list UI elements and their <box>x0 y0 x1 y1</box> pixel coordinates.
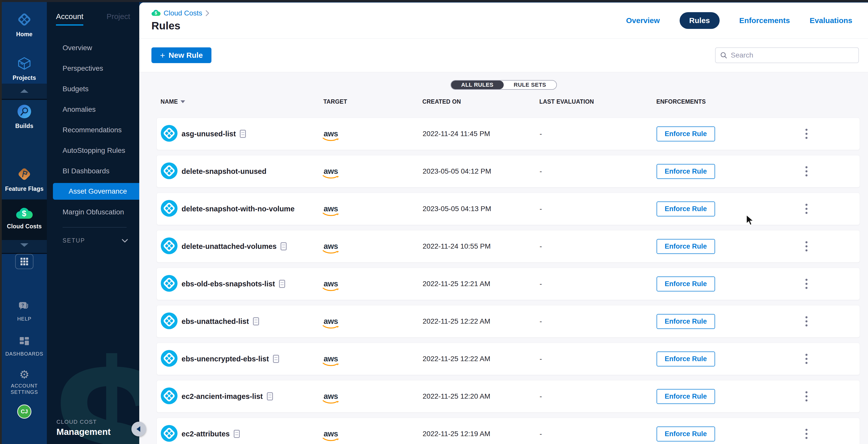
rail-item-home[interactable]: Home <box>2 12 47 38</box>
rule-icon <box>161 125 178 143</box>
row-menu-button[interactable] <box>803 127 809 141</box>
rule-icon <box>161 313 178 330</box>
sidebar-item-budgets[interactable]: Budgets <box>47 79 139 99</box>
enforce-rule-button[interactable]: Enforce Rule <box>657 126 715 141</box>
rule-enforcements-cell: Enforce Rule <box>657 276 798 291</box>
tab-enforcements[interactable]: Enforcements <box>739 16 790 25</box>
rail-item-account-settings[interactable]: ⚙ ACCOUNT SETTINGS <box>2 369 47 395</box>
aws-logo-icon: aws <box>323 429 338 438</box>
sidebar-item-recommendations[interactable]: Recommendations <box>47 120 139 140</box>
rule-target-cell: aws <box>323 204 423 213</box>
rule-icon <box>161 425 178 443</box>
rules-table-body: asg-unused-list aws 2022-11-24 11:45 PM … <box>156 118 860 444</box>
table-row[interactable]: ebs-old-ebs-snapshots-list aws 2022-11-2… <box>156 268 860 300</box>
new-rule-button[interactable]: + New Rule <box>151 48 211 63</box>
gear-icon: ⚙ <box>19 369 29 380</box>
rail-item-feature-flags[interactable]: Feature Flags <box>2 166 47 193</box>
rule-created-on: 2022-11-24 10:55 PM <box>423 242 539 250</box>
rule-created-on: 2023-05-05 04:13 PM <box>423 205 539 213</box>
enforce-rule-button[interactable]: Enforce Rule <box>657 314 715 329</box>
tab-evaluations[interactable]: Evaluations <box>810 16 852 25</box>
chevron-down-icon <box>122 239 128 243</box>
row-menu-button[interactable] <box>803 239 809 254</box>
row-menu-button[interactable] <box>803 314 809 328</box>
table-row[interactable]: delete-unattached-volumes aws 2022-11-24… <box>156 230 860 263</box>
rail-item-cloud-costs[interactable]: $ Cloud Costs <box>2 207 47 230</box>
rule-enforcements-cell: Enforce Rule <box>657 426 798 441</box>
rail-collapse-down[interactable] <box>2 243 47 247</box>
cloud-costs-icon: $ <box>16 207 33 220</box>
enforce-rule-button[interactable]: Enforce Rule <box>657 426 715 441</box>
table-row[interactable]: delete-snapshot-with-no-volume aws 2023-… <box>156 193 860 225</box>
table-row[interactable]: delete-snapshot-unused aws 2023-05-05 04… <box>156 155 860 187</box>
description-icon <box>267 392 273 401</box>
rule-target-cell: aws <box>323 242 423 251</box>
rail-item-help[interactable]: ? HELP <box>2 301 47 322</box>
enforce-rule-button[interactable]: Enforce Rule <box>657 276 715 291</box>
sidebar-item-overview[interactable]: Overview <box>47 37 139 58</box>
rail-collapse-up[interactable] <box>2 89 47 93</box>
enforce-rule-button[interactable]: Enforce Rule <box>657 164 715 179</box>
table-row[interactable]: ec2-ancient-images-list aws 2022-11-25 1… <box>156 380 860 413</box>
enforce-rule-button[interactable]: Enforce Rule <box>657 352 715 366</box>
aws-logo-icon: aws <box>323 242 338 251</box>
tab-account[interactable]: Account <box>56 12 83 26</box>
tab-rules[interactable]: Rules <box>680 12 720 29</box>
rule-enforcements-cell: Enforce Rule <box>657 389 798 404</box>
table-row[interactable]: ec2-attributes aws 2022-11-25 12:19 AM -… <box>156 418 860 444</box>
row-menu-button[interactable] <box>803 352 809 366</box>
sidebar-item-bi-dashboards[interactable]: BI Dashboards <box>47 161 139 181</box>
enforce-rule-button[interactable]: Enforce Rule <box>657 202 715 216</box>
column-header-name[interactable]: NAME <box>160 98 323 105</box>
rule-target-label: aws <box>323 354 338 363</box>
row-menu-button[interactable] <box>803 389 809 404</box>
rule-icon <box>161 387 178 405</box>
rail-item-dashboards[interactable]: DASHBOARDS <box>2 336 47 357</box>
rule-target-cell: aws <box>323 392 423 401</box>
breadcrumb-cloud-costs-link[interactable]: Cloud Costs <box>163 9 202 17</box>
rule-name: delete-snapshot-unused <box>182 167 267 176</box>
row-menu-button[interactable] <box>803 202 809 216</box>
sidebar-item-anomalies[interactable]: Anomalies <box>47 99 139 120</box>
user-avatar[interactable]: CJ <box>17 405 31 419</box>
tab-project[interactable]: Project <box>106 12 130 26</box>
row-menu-button[interactable] <box>803 277 809 291</box>
enforce-rule-button[interactable]: Enforce Rule <box>657 389 715 404</box>
rule-created-on: 2023-05-05 04:12 PM <box>423 167 539 175</box>
sidebar-item-margin-obfuscation[interactable]: Margin Obfuscation <box>47 202 139 222</box>
sidebar-collapse-button[interactable] <box>131 422 146 436</box>
enforce-rule-button[interactable]: Enforce Rule <box>657 239 715 254</box>
ccm-sidebar: $ Account Project Overview Perspectives … <box>47 2 139 444</box>
rule-last-evaluation: - <box>539 242 657 250</box>
svg-text:$: $ <box>22 209 26 218</box>
tab-overview[interactable]: Overview <box>626 16 660 25</box>
rules-toolbar: + New Rule <box>139 38 868 72</box>
setup-section-toggle[interactable]: SETUP <box>63 237 128 244</box>
rule-last-evaluation: - <box>539 355 657 363</box>
rule-icon <box>161 275 178 293</box>
table-row[interactable]: ebs-unattached-list aws 2022-11-25 12:22… <box>156 305 860 337</box>
table-row[interactable]: asg-unused-list aws 2022-11-24 11:45 PM … <box>156 118 860 150</box>
table-row[interactable]: ebs-unencrypted-ebs-list aws 2022-11-25 … <box>156 343 860 375</box>
module-title: Management <box>57 427 111 437</box>
aws-logo-icon: aws <box>323 204 338 213</box>
scope-tabs: Account Project <box>56 12 130 26</box>
sidebar-item-autostopping-rules[interactable]: AutoStopping Rules <box>47 140 139 161</box>
table-header-row: NAME TARGET CREATED ON LAST EVALUATION E… <box>156 98 860 105</box>
toggle-rule-sets[interactable]: RULE SETS <box>504 81 556 89</box>
sidebar-item-perspectives[interactable]: Perspectives <box>47 58 139 79</box>
row-menu-button[interactable] <box>803 427 809 441</box>
rule-name: delete-snapshot-with-no-volume <box>182 205 294 213</box>
toggle-all-rules[interactable]: ALL RULES <box>451 81 504 89</box>
svg-text:?: ? <box>22 303 24 308</box>
rail-item-builds[interactable]: Builds <box>2 104 47 129</box>
module-switcher-button[interactable] <box>15 254 33 269</box>
rail-item-projects[interactable]: Projects <box>2 56 47 81</box>
rule-target-cell: aws <box>323 317 423 326</box>
search-input[interactable] <box>731 51 854 59</box>
column-header-enforcements: ENFORCEMENTS <box>656 98 798 105</box>
sidebar-item-asset-governance[interactable]: Asset Governance <box>53 183 139 200</box>
rule-enforcements-cell: Enforce Rule <box>657 239 798 254</box>
row-menu-button[interactable] <box>803 164 809 178</box>
rule-name: ebs-unattached-list <box>182 317 249 326</box>
